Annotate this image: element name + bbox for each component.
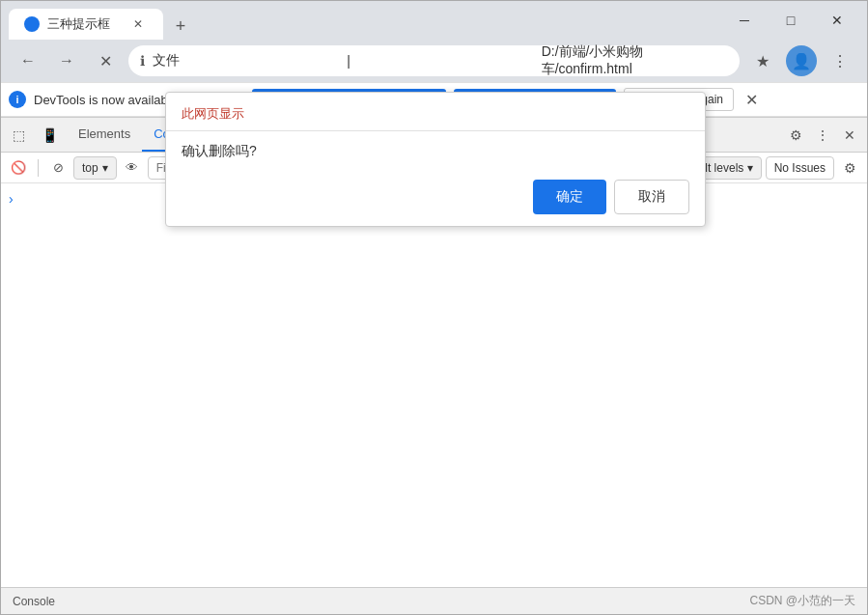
top-label: top — [82, 161, 98, 175]
device-toolbar-button[interactable]: 📱 — [36, 122, 63, 149]
settings-icon2: ⚙ — [844, 160, 856, 176]
inspect-icon: ⬚ — [13, 127, 25, 143]
status-left: Console — [13, 595, 55, 608]
close-button[interactable]: ✕ — [815, 5, 859, 36]
banner-info-icon: i — [9, 91, 26, 108]
dialog-header: 此网页显示 — [166, 93, 705, 131]
context-selector[interactable]: top ▾ — [73, 156, 117, 180]
new-tab-button[interactable]: + — [167, 13, 194, 40]
dialog-footer: 确定 取消 — [166, 172, 705, 226]
toolbar-divider — [38, 159, 39, 177]
browser-content: 此网页显示 确认删除吗? 确定 取消 i DevTools is now ava… — [1, 82, 867, 587]
status-console-label: Console — [13, 595, 55, 608]
devtools-panel-icons: ⬚ 📱 — [5, 122, 63, 149]
confirm-dialog: 此网页显示 确认删除吗? 确定 取消 — [165, 92, 706, 227]
address-path: D:/前端/小米购物车/confirm.html — [542, 43, 728, 78]
maximize-button[interactable]: □ — [769, 5, 813, 36]
device-icon: 📱 — [42, 127, 58, 143]
inspect-element-button[interactable]: ⬚ — [5, 122, 32, 149]
address-input[interactable]: ℹ 文件 | D:/前端/小米购物车/confirm.html — [128, 45, 740, 76]
dialog-body: 确认删除吗? — [166, 131, 705, 172]
address-separator: | — [347, 53, 533, 69]
info-icon: ℹ — [140, 53, 145, 69]
dialog-message: 确认删除吗? — [182, 143, 257, 158]
back-button[interactable]: ← — [13, 45, 43, 76]
status-bar: Console CSDN @小范的一天 — [1, 587, 867, 614]
eye-button[interactable]: 👁 — [121, 156, 144, 180]
filter-toggle-button[interactable]: ⊘ — [46, 156, 70, 180]
more-icon: ⋮ — [816, 127, 829, 143]
clear-icon: 🚫 — [11, 160, 26, 175]
bookmark-button[interactable]: ★ — [747, 45, 778, 76]
chevron-down-icon: ▾ — [102, 161, 108, 175]
profile-icon: 👤 — [792, 52, 811, 70]
no-issues-button[interactable]: No Issues — [766, 156, 834, 180]
status-credit: CSDN @小范的一天 — [749, 594, 855, 607]
settings-icon: ⚙ — [790, 127, 802, 143]
dialog-ok-button[interactable]: 确定 — [533, 180, 606, 214]
address-protocol: 文件 — [153, 52, 339, 70]
window-controls: ─ □ ✕ — [722, 5, 859, 36]
banner-close-button[interactable]: ✕ — [745, 91, 758, 109]
close-icon: ✕ — [844, 127, 855, 143]
address-bar: ← → ✕ ℹ 文件 | D:/前端/小米购物车/confirm.html ★ … — [1, 40, 867, 82]
profile-button[interactable]: 👤 — [786, 45, 817, 76]
tab-favicon — [24, 16, 40, 32]
dialog-site: 此网页显示 — [182, 106, 244, 121]
forward-button[interactable]: → — [51, 45, 82, 76]
devtools-settings-button[interactable]: ⚙ — [782, 122, 809, 149]
filter-icon: ⊘ — [53, 160, 64, 175]
clear-console-button[interactable]: 🚫 — [7, 156, 30, 180]
tab-elements[interactable]: Elements — [67, 118, 142, 152]
tab-title: 三种提示框 — [47, 15, 121, 33]
eye-icon: 👁 — [126, 160, 138, 175]
tab-strip: 三种提示框 ✕ + — [9, 1, 714, 40]
minimize-button[interactable]: ─ — [722, 5, 767, 36]
refresh-button[interactable]: ✕ — [90, 45, 121, 76]
chrome-window: 三种提示框 ✕ + ─ □ ✕ ← → ✕ ℹ 文件 | D:/前端/小米购物车… — [0, 0, 868, 615]
status-right: CSDN @小范的一天 — [749, 593, 855, 609]
tab-close-button[interactable]: ✕ — [128, 14, 148, 34]
more-button[interactable]: ⋮ — [825, 45, 855, 76]
devtools-more-button[interactable]: ⋮ — [809, 122, 836, 149]
console-settings-button[interactable]: ⚙ — [838, 156, 861, 180]
devtools-close-button[interactable]: ✕ — [836, 122, 863, 149]
dialog-cancel-button[interactable]: 取消 — [614, 180, 689, 214]
title-bar: 三种提示框 ✕ + ─ □ ✕ — [1, 1, 867, 40]
no-issues-label: No Issues — [774, 161, 826, 175]
active-tab[interactable]: 三种提示框 ✕ — [9, 9, 163, 40]
